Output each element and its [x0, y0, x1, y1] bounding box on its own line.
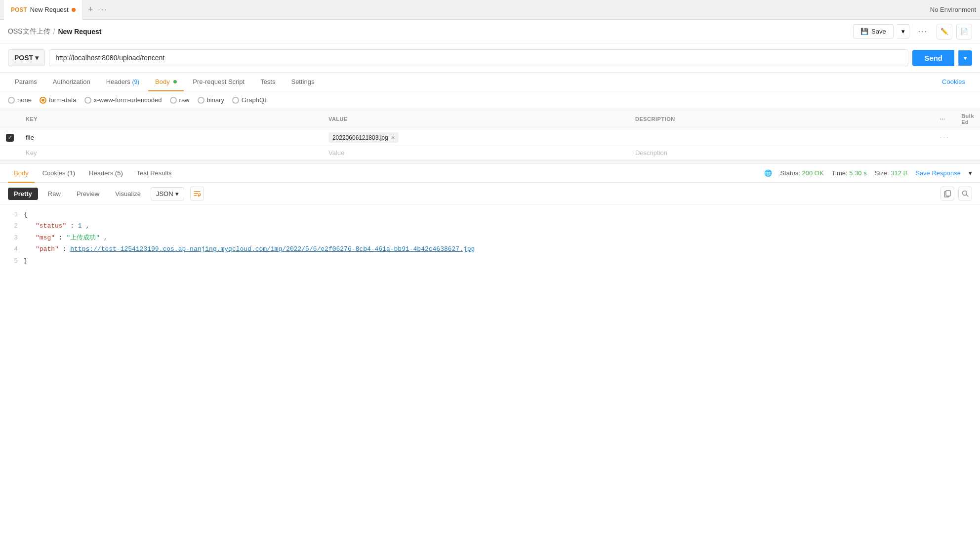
row2-value-cell[interactable]: Value [323, 146, 629, 160]
fmt-tab-pretty[interactable]: Pretty [8, 188, 38, 200]
col-value-header: VALUE [323, 109, 629, 129]
json-value-msg: "上传成功" [66, 234, 100, 241]
tab-authorization[interactable]: Authorization [46, 73, 97, 91]
save-response-button[interactable]: Save Response [915, 169, 961, 177]
json-line-3: 3 "msg" : "上传成功" , [8, 232, 972, 243]
request-tab[interactable]: POST New Request [4, 0, 83, 20]
breadcrumb-parent[interactable]: OSS文件上传 [8, 27, 50, 36]
radio-form-data-circle [40, 97, 46, 104]
fmt-tab-preview[interactable]: Preview [71, 188, 105, 200]
desc-placeholder: Description [635, 149, 667, 157]
value-placeholder: Value [328, 149, 344, 157]
body-type-none[interactable]: none [8, 96, 32, 104]
save-icon: 💾 [860, 28, 868, 35]
format-select[interactable]: JSON ▾ [151, 187, 184, 200]
row1-value-cell[interactable]: 20220606121803.jpg × [323, 129, 629, 146]
save-response-chevron[interactable]: ▾ [969, 169, 972, 177]
tab-params[interactable]: Params [8, 73, 44, 91]
col-check-header [0, 109, 20, 129]
row2-key-cell[interactable]: Key [20, 146, 323, 160]
tab-settings[interactable]: Settings [284, 73, 321, 91]
json-indent-3: "path" : https://test-1254123199.cos.ap-… [24, 243, 475, 255]
row1-desc-cell[interactable] [629, 129, 934, 146]
save-button[interactable]: 💾 Save [853, 24, 894, 39]
environment-selector[interactable]: No Environment [930, 6, 976, 13]
radio-raw-circle [170, 97, 177, 104]
radio-form-data-label: form-data [49, 96, 77, 104]
response-status-bar: 🌐 Status: 200 OK Time: 5.30 s Size: 312 … [764, 169, 972, 177]
body-type-form-data[interactable]: form-data [40, 96, 77, 104]
tab-more-button[interactable]: ··· [98, 5, 107, 14]
breadcrumb-separator: / [53, 28, 55, 36]
json-line-2: 2 "status" : 1 , [8, 220, 972, 232]
radio-raw-label: raw [179, 96, 190, 104]
response-tabs-bar: Body Cookies (1) Headers (5) Test Result… [0, 164, 980, 183]
json-close-brace: } [24, 255, 28, 267]
line-num-1: 1 [8, 209, 18, 220]
table-row: file 20220606121803.jpg × ··· [0, 129, 980, 146]
response-tab-tests[interactable]: Test Results [131, 164, 178, 183]
status-value: 200 OK [802, 169, 824, 177]
search-response-button[interactable] [958, 187, 972, 200]
radio-urlencoded-circle [84, 97, 91, 104]
json-colon-1: : [70, 222, 78, 230]
json-indent: "status" : 1 , [24, 220, 89, 232]
time-label: Time: 5.30 s [832, 169, 867, 177]
body-type-raw[interactable]: raw [170, 96, 190, 104]
json-line-5: 5 } [8, 255, 972, 267]
format-select-label: JSON [156, 190, 173, 198]
response-tab-headers[interactable]: Headers (5) [83, 164, 129, 183]
section-divider [0, 160, 980, 164]
breadcrumb-actions: 💾 Save ▾ ··· ✏️ 📄 [853, 24, 972, 40]
wrap-lines-button[interactable] [190, 187, 204, 200]
copy-response-button[interactable] [940, 187, 954, 200]
url-input[interactable] [49, 49, 908, 66]
row1-key-cell[interactable]: file [20, 129, 323, 146]
row2-more [934, 146, 955, 160]
method-select[interactable]: POST ▾ [8, 49, 45, 66]
breadcrumb-bar: OSS文件上传 / New Request 💾 Save ▾ ··· ✏️ 📄 [0, 20, 980, 43]
description-icon-button[interactable]: 📄 [956, 24, 972, 40]
line-num-5: 5 [8, 255, 18, 267]
row1-checkbox[interactable] [6, 134, 14, 142]
fmt-tab-visualize[interactable]: Visualize [109, 188, 147, 200]
edit-icon-button[interactable]: ✏️ [937, 24, 952, 40]
format-bar: Pretty Raw Preview Visualize JSON ▾ [0, 183, 980, 205]
send-dropdown-button[interactable]: ▾ [958, 50, 972, 66]
new-tab-button[interactable]: + [83, 4, 98, 15]
size-label: Size: 312 B [875, 169, 908, 177]
send-button[interactable]: Send [912, 50, 954, 66]
response-tab-body[interactable]: Body [8, 164, 35, 183]
json-line-4: 4 "path" : https://test-1254123199.cos.a… [8, 243, 972, 255]
tab-title: New Request [30, 6, 69, 13]
file-remove-icon[interactable]: × [391, 134, 395, 141]
radio-binary-circle [198, 97, 204, 104]
tab-unsaved-dot [72, 8, 76, 12]
actions-more-button[interactable]: ··· [913, 24, 933, 39]
save-label: Save [871, 28, 886, 35]
svg-rect-1 [946, 191, 950, 196]
body-type-graphql[interactable]: GraphQL [232, 96, 268, 104]
tab-tests[interactable]: Tests [253, 73, 282, 91]
radio-none-circle [8, 97, 15, 104]
tab-headers[interactable]: Headers (9) [99, 73, 146, 91]
fmt-tab-raw[interactable]: Raw [42, 188, 67, 200]
row1-more[interactable]: ··· [934, 129, 955, 146]
response-tab-cookies[interactable]: Cookies (1) [37, 164, 81, 183]
time-value: 5.30 s [849, 169, 866, 177]
radio-binary-label: binary [207, 96, 224, 104]
headers-badge: (9) [132, 79, 139, 85]
json-value-path[interactable]: https://test-1254123199.cos.ap-nanjing.m… [70, 245, 475, 253]
key-placeholder: Key [26, 149, 37, 157]
row2-desc-cell[interactable]: Description [629, 146, 934, 160]
tab-body[interactable]: Body [148, 73, 184, 91]
json-comma-2: , [104, 234, 108, 241]
col-desc-header: DESCRIPTION [629, 109, 934, 129]
tab-cookies[interactable]: Cookies [935, 73, 972, 91]
col-more-header: ··· [934, 109, 955, 129]
save-dropdown-button[interactable]: ▾ [898, 24, 909, 39]
body-type-urlencoded[interactable]: x-www-form-urlencoded [84, 96, 162, 104]
breadcrumb: OSS文件上传 / New Request [8, 27, 101, 36]
tab-pre-request[interactable]: Pre-request Script [186, 73, 251, 91]
body-type-binary[interactable]: binary [198, 96, 224, 104]
